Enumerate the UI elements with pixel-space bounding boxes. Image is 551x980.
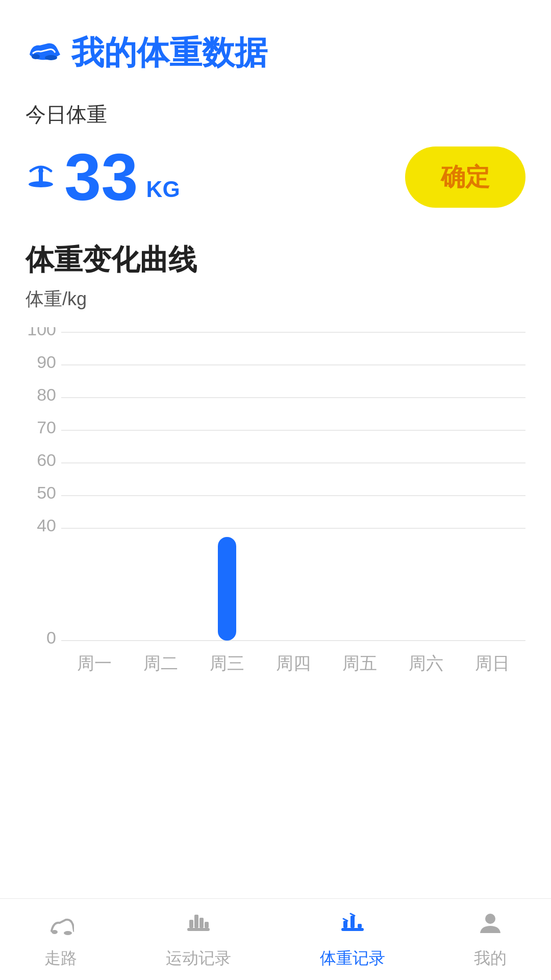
- svg-text:周二: 周二: [143, 653, 178, 673]
- weight-display: 33 KG: [26, 144, 180, 210]
- chart-container: 100 90 80 70 60 50 40 0: [26, 327, 525, 684]
- nav-item-weight[interactable]: 体重记录: [320, 910, 385, 970]
- svg-point-28: [52, 930, 58, 934]
- weight-value: 33: [64, 144, 138, 210]
- confirm-button[interactable]: 确定: [405, 146, 525, 208]
- header-icon: [26, 34, 62, 72]
- scale-icon: [26, 159, 56, 195]
- exercise-icon: [185, 910, 212, 942]
- walk-icon: [47, 910, 74, 942]
- weight-unit: KG: [146, 177, 180, 202]
- svg-rect-30: [187, 928, 210, 931]
- svg-point-1: [45, 55, 57, 60]
- svg-text:周六: 周六: [409, 653, 443, 673]
- svg-text:周四: 周四: [276, 653, 311, 673]
- svg-text:周三: 周三: [210, 653, 244, 673]
- svg-rect-37: [350, 916, 355, 928]
- svg-text:周五: 周五: [342, 653, 377, 673]
- nav-item-walk[interactable]: 走路: [44, 910, 77, 970]
- page-title: 我的体重数据: [71, 31, 267, 75]
- today-weight-section: 今日体重 33 KG 确定: [0, 85, 551, 215]
- chart-section: 体重变化曲线 体重/kg 100 90 80 70 60 50: [0, 215, 551, 888]
- svg-rect-35: [341, 928, 364, 931]
- svg-point-0: [32, 54, 40, 59]
- nav-label-weight: 体重记录: [320, 947, 385, 970]
- svg-text:周一: 周一: [77, 653, 112, 673]
- nav-label-walk: 走路: [44, 947, 77, 970]
- svg-text:周日: 周日: [475, 653, 510, 673]
- svg-text:100: 100: [27, 327, 56, 339]
- svg-rect-36: [343, 921, 347, 928]
- svg-point-4: [38, 168, 43, 174]
- svg-rect-32: [194, 915, 198, 928]
- nav-item-profile[interactable]: 我的: [474, 910, 507, 970]
- bar-wed: [218, 537, 236, 641]
- weight-row: 33 KG 确定: [26, 144, 525, 210]
- chart-ylabel: 体重/kg: [26, 287, 525, 312]
- svg-text:50: 50: [37, 483, 56, 502]
- nav-label-profile: 我的: [474, 947, 507, 970]
- today-label: 今日体重: [26, 101, 525, 129]
- nav-item-exercise[interactable]: 运动记录: [166, 910, 231, 970]
- chart-svg: 100 90 80 70 60 50 40 0: [26, 327, 525, 684]
- svg-rect-33: [199, 918, 204, 928]
- svg-text:60: 60: [37, 450, 56, 470]
- svg-text:40: 40: [37, 516, 56, 535]
- bottom-nav: 走路 运动记录: [0, 898, 551, 980]
- svg-text:0: 0: [46, 628, 56, 647]
- profile-icon: [477, 910, 504, 942]
- nav-label-exercise: 运动记录: [166, 947, 231, 970]
- svg-point-39: [485, 914, 495, 924]
- header: 我的体重数据: [0, 0, 551, 85]
- svg-rect-38: [358, 924, 362, 928]
- svg-rect-34: [205, 922, 209, 928]
- weight-icon: [339, 910, 366, 942]
- app-page: 我的体重数据 今日体重 33 KG 确定 体重: [0, 0, 551, 980]
- svg-rect-31: [189, 920, 193, 928]
- chart-title: 体重变化曲线: [26, 241, 525, 280]
- svg-text:90: 90: [37, 352, 56, 372]
- svg-point-29: [64, 931, 72, 935]
- svg-text:80: 80: [37, 385, 56, 404]
- svg-text:70: 70: [37, 418, 56, 437]
